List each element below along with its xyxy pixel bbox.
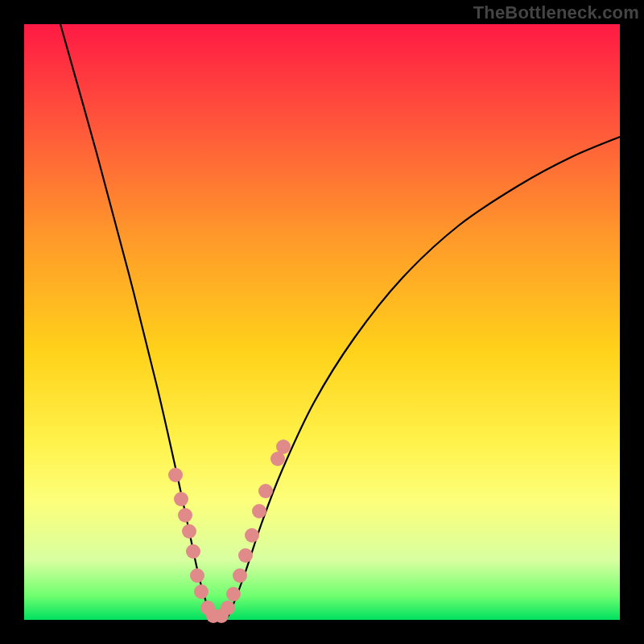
bottleneck-plot — [24, 24, 620, 620]
chart-frame — [24, 24, 620, 620]
watermark-text: TheBottleneck.com — [473, 2, 639, 23]
scatter-dot — [174, 492, 188, 506]
scatter-dot — [190, 568, 204, 583]
scatter-dot — [238, 548, 253, 563]
scatter-dot — [233, 568, 247, 583]
scatter-dot — [178, 508, 192, 522]
scatter-dot — [186, 544, 200, 559]
scatter-dot — [276, 440, 291, 454]
scatter-group — [168, 440, 291, 623]
scatter-dot — [194, 584, 208, 599]
scatter-dot — [245, 528, 259, 543]
scatter-dot — [258, 484, 273, 498]
scatter-dot — [252, 504, 266, 518]
scatter-dot — [168, 468, 183, 482]
scatter-dot — [182, 524, 196, 539]
bottleneck-curve — [60, 24, 620, 621]
scatter-dot — [221, 601, 235, 615]
scatter-dot — [226, 587, 241, 601]
